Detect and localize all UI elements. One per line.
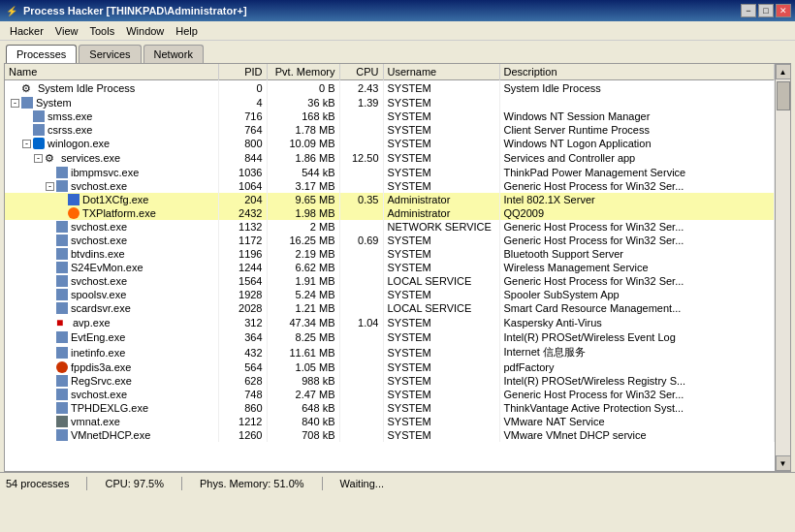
minimize-button[interactable]: − — [741, 4, 756, 17]
col-pvt-memory[interactable]: Pvt. Memory — [267, 64, 339, 80]
process-memory: 988 kB — [267, 374, 339, 388]
table-row[interactable]: S24EvMon.exe12446.62 MBSYSTEMWireless Ma… — [5, 261, 775, 274]
table-row[interactable]: scardsvr.exe20281.21 MBLOCAL SERVICESmar… — [5, 301, 775, 315]
table-row[interactable]: VMnetDHCP.exe1260708 kBSYSTEMVMware VMne… — [5, 428, 775, 442]
table-row[interactable]: fppdis3a.exe5641.05 MBSYSTEMpdfFactory — [5, 360, 775, 374]
table-row[interactable]: -svchost.exe10643.17 MBSYSTEMGeneric Hos… — [5, 179, 775, 193]
table-row[interactable]: svchost.exe7482.47 MBSYSTEMGeneric Host … — [5, 388, 775, 401]
process-pid: 628 — [218, 374, 267, 388]
process-name-text: inetinfo.exe — [71, 347, 125, 359]
menu-hacker[interactable]: Hacker — [4, 23, 49, 39]
col-name[interactable]: Name — [5, 64, 218, 80]
process-memory: 168 kB — [267, 110, 339, 123]
scroll-up-arrow[interactable]: ▲ — [776, 64, 791, 79]
col-cpu[interactable]: CPU — [339, 64, 383, 80]
process-description: Generic Host Process for Win32 Ser... — [499, 179, 775, 193]
tree-expand-icon[interactable]: - — [11, 99, 19, 108]
table-row[interactable]: Dot1XCfg.exe2049.65 MB0.35AdministratorI… — [5, 193, 775, 206]
process-memory: 648 kB — [267, 401, 339, 415]
process-pid: 4 — [218, 96, 267, 110]
process-memory: 1.21 MB — [267, 301, 339, 315]
table-row[interactable]: TXPlatform.exe24321.98 MBAdministratorQQ… — [5, 206, 775, 220]
menu-bar: Hacker View Tools Window Help — [0, 21, 795, 41]
process-description: Windows NT Session Manager — [499, 110, 775, 123]
process-icon — [56, 235, 68, 246]
process-icon — [56, 180, 68, 192]
table-row[interactable]: svchost.exe15641.91 MBLOCAL SERVICEGener… — [5, 274, 775, 288]
process-icon — [33, 124, 45, 136]
tab-processes[interactable]: Processes — [6, 45, 77, 63]
table-row[interactable]: -⚙services.exe8441.86 MB12.50SYSTEMServi… — [5, 150, 775, 166]
process-icon — [56, 248, 68, 260]
process-username: NETWORK SERVICE — [383, 220, 499, 234]
process-icon — [56, 167, 68, 178]
process-name-cell: csrss.exe — [5, 123, 218, 137]
table-row[interactable]: inetinfo.exe43211.61 MBSYSTEMInternet 信息… — [5, 344, 775, 360]
col-pid[interactable]: PID — [218, 64, 267, 80]
table-row[interactable]: svchost.exe11322 MBNETWORK SERVICEGeneri… — [5, 220, 775, 234]
process-username: SYSTEM — [383, 247, 499, 261]
menu-tools[interactable]: Tools — [84, 23, 121, 39]
tab-network[interactable]: Network — [143, 45, 204, 63]
table-row[interactable]: RegSrvc.exe628988 kBSYSTEMIntel(R) PROSe… — [5, 374, 775, 388]
process-cpu — [339, 330, 383, 344]
tree-expand-icon[interactable]: - — [22, 140, 31, 148]
process-pid: 0 — [218, 80, 267, 97]
col-description[interactable]: Description — [499, 64, 775, 80]
scrollbar-vertical[interactable]: ▲ ▼ — [775, 64, 790, 471]
table-row[interactable]: svchost.exe117216.25 MB0.69SYSTEMGeneric… — [5, 234, 775, 247]
table-row[interactable]: ⚙System Idle Process00 B2.43SYSTEMSystem… — [5, 80, 775, 97]
process-username: Administrator — [383, 206, 499, 220]
table-row[interactable]: smss.exe716168 kBSYSTEMWindows NT Sessio… — [5, 110, 775, 123]
process-icon — [56, 302, 68, 314]
table-row[interactable]: TPHDEXLG.exe860648 kBSYSTEMThinkVantage … — [5, 401, 775, 415]
table-row[interactable]: ibmpmsvc.exe1036544 kBSYSTEMThinkPad Pow… — [5, 166, 775, 179]
menu-help[interactable]: Help — [170, 23, 204, 39]
table-row[interactable]: csrss.exe7641.78 MBSYSTEMClient Server R… — [5, 123, 775, 137]
process-cpu — [339, 360, 383, 374]
table-row[interactable]: -winlogon.exe80010.09 MBSYSTEMWindows NT… — [5, 137, 775, 150]
tree-expand-icon[interactable]: - — [46, 182, 54, 191]
close-button[interactable]: ✕ — [776, 4, 791, 17]
col-username[interactable]: Username — [383, 64, 499, 80]
process-description: Client Server Runtime Process — [499, 123, 775, 137]
table-row[interactable]: ■avp.exe31247.34 MB1.04SYSTEMKaspersky A… — [5, 315, 775, 330]
process-cpu — [339, 344, 383, 360]
table-row[interactable]: spoolsv.exe19285.24 MBSYSTEMSpooler SubS… — [5, 288, 775, 301]
process-username: SYSTEM — [383, 374, 499, 388]
table-row[interactable]: btvdins.exe11962.19 MBSYSTEMBluetooth Su… — [5, 247, 775, 261]
process-pid: 1260 — [218, 428, 267, 442]
process-memory: 10.09 MB — [267, 137, 339, 150]
process-description: System Idle Process — [499, 80, 775, 97]
table-row[interactable]: EvtEng.exe3648.25 MBSYSTEMIntel(R) PROSe… — [5, 330, 775, 344]
tree-expand-icon[interactable]: - — [34, 154, 43, 163]
process-name-cell: -⚙services.exe — [5, 150, 218, 166]
process-cpu: 1.04 — [339, 315, 383, 330]
process-pid: 312 — [218, 315, 267, 330]
table-wrapper[interactable]: Name PID Pvt. Memory CPU Username Descri… — [5, 64, 790, 471]
process-description — [499, 96, 775, 110]
scroll-down-arrow[interactable]: ▼ — [776, 455, 791, 471]
process-cpu — [339, 288, 383, 301]
process-cpu — [339, 179, 383, 193]
status-divider-1 — [86, 477, 87, 490]
scroll-thumb[interactable] — [777, 81, 790, 110]
process-name-cell: svchost.exe — [5, 234, 218, 247]
process-memory: 47.34 MB — [267, 315, 339, 330]
tab-bar: Processes Services Network — [0, 41, 795, 63]
process-name-cell: TPHDEXLG.exe — [5, 401, 218, 415]
table-row[interactable]: -System436 kB1.39SYSTEM — [5, 96, 775, 110]
maximize-button[interactable]: □ — [758, 4, 774, 17]
process-icon — [56, 375, 68, 387]
menu-view[interactable]: View — [49, 23, 84, 39]
table-row[interactable]: vmnat.exe1212840 kBSYSTEMVMware NAT Serv… — [5, 415, 775, 428]
menu-window[interactable]: Window — [120, 23, 170, 39]
process-description: Smart Card Resource Management... — [499, 301, 775, 315]
process-memory: 2.47 MB — [267, 388, 339, 401]
window-controls: − □ ✕ — [741, 4, 791, 17]
process-pid: 204 — [218, 193, 267, 206]
process-description: QQ2009 — [499, 206, 775, 220]
app-icon: ⚡ — [4, 3, 19, 18]
tab-services[interactable]: Services — [79, 45, 141, 63]
process-pid: 1928 — [218, 288, 267, 301]
